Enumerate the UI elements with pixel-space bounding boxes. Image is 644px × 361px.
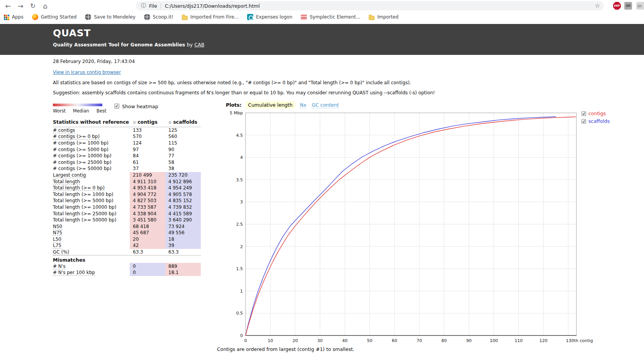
icarus-browser-link[interactable]: View in Icarus contig browser — [53, 70, 121, 75]
cab-link[interactable]: CAB — [195, 42, 205, 48]
row-label: Total length (>= 10000 bp) — [53, 204, 116, 210]
bookmark-item[interactable]: Symplectic Element... — [301, 14, 360, 20]
value-cell: 4 953 418 — [130, 185, 165, 191]
teal-app-icon — [247, 14, 253, 20]
table-row: # contigs (>= 0 bp)570560 — [53, 133, 201, 140]
value-cell: 889 — [165, 263, 201, 269]
x-tick-label: 120 — [539, 338, 547, 343]
value-cell: 3 640 290 — [165, 217, 201, 223]
row-label-cell: Total length (>= 5000 bp) — [53, 198, 130, 204]
bookmarks-bar: AppsGetting StartedSave to MendeleyScoop… — [0, 12, 644, 22]
heatmap-best-label: Best — [97, 108, 106, 114]
value-cell: 38 — [165, 165, 201, 172]
table-row: # contigs (>= 50000 bp)3738 — [53, 165, 201, 172]
y-tick-label: 4.5 — [236, 133, 243, 138]
suggestion-note: Suggestion: assembly scaffolds contains … — [53, 90, 435, 95]
bookmark-item[interactable]: Getting Started — [32, 14, 77, 20]
table-row: Total length (>= 50000 bp)3 451 5803 640… — [53, 217, 201, 223]
row-label: GC (%) — [53, 249, 69, 255]
plot-tab-cumulative-length[interactable]: Cumulative length — [246, 101, 294, 109]
bookmark-item[interactable]: Scoop.it! — [144, 14, 173, 20]
value-cell: 4 827 503 — [130, 198, 165, 204]
legend-checkbox-scaffolds[interactable] — [581, 119, 586, 124]
bookmark-item[interactable]: Imported From Fire... — [182, 14, 239, 20]
bookmark-item[interactable]: Apps — [4, 14, 24, 20]
row-label-cell: N75 — [53, 230, 130, 236]
column-drag-icon[interactable]: ≡ — [133, 120, 136, 124]
show-heatmap-checkbox[interactable] — [114, 104, 119, 109]
legend-label-contigs: contigs — [588, 111, 606, 116]
row-label-cell: # contigs (>= 50000 bp) — [53, 165, 130, 172]
table-row: Total length (>= 5000 bp)4 827 5034 835 … — [53, 198, 201, 204]
value-cell: 49 556 — [165, 230, 201, 236]
row-label-cell: L75 — [53, 242, 130, 249]
forward-button[interactable]: → — [15, 1, 25, 11]
bookmark-item[interactable]: Imported — [369, 14, 398, 20]
value-cell: 0 — [130, 263, 165, 269]
table-row: Total length (>= 10000 bp)4 733 5874 739… — [53, 204, 201, 211]
table-row: # contigs (>= 1000 bp)124115 — [53, 140, 201, 146]
value-cell: 125 — [165, 127, 201, 134]
bookmark-item[interactable]: Expenses logon — [247, 14, 292, 20]
forward-icon: → — [17, 2, 23, 10]
plot-tab-nx[interactable]: Nx — [300, 102, 307, 108]
back-button[interactable]: ← — [3, 1, 13, 11]
quast-header: QUAST Quality Assessment Tool for Genome… — [0, 24, 644, 55]
column-drag-icon[interactable]: ≡ — [168, 120, 171, 124]
x-tick-label: 80 — [441, 338, 447, 343]
x-tick-label: 30 — [317, 338, 323, 343]
plot-tab-gc-content[interactable]: GC content — [312, 102, 339, 108]
statistics-note: All statistics are based on contigs of s… — [53, 80, 411, 85]
bookmark-label: Imported — [377, 14, 398, 20]
reload-button[interactable]: ↻ — [28, 1, 38, 11]
legend-checkbox-contigs[interactable] — [581, 111, 586, 116]
address-bar[interactable]: ⓘ File C:/Users/djs217/Downloads/report.… — [136, 1, 604, 10]
y-tick-label: 0.5 — [236, 311, 243, 316]
table-row: N7545 68749 556 — [53, 230, 201, 236]
row-label: Total length (>= 25000 bp) — [53, 211, 116, 216]
row-label: # N's — [53, 264, 65, 269]
row-label: # contigs (>= 25000 bp) — [53, 160, 112, 165]
subtitle-by: by — [187, 42, 193, 48]
x-tick-label: 60 — [392, 338, 397, 343]
folder-icon — [182, 16, 188, 20]
reload-icon: ↻ — [30, 2, 36, 10]
bookmark-star-icon[interactable]: ☆ — [595, 2, 600, 9]
legend-label-scaffolds: scaffolds — [588, 118, 610, 124]
value-cell: 235 720 — [165, 172, 201, 179]
row-label: Total length (>= 1000 bp) — [53, 192, 114, 197]
page-info-icon[interactable]: ⓘ — [141, 2, 146, 9]
value-cell: 4 905 578 — [165, 191, 201, 198]
row-label: # contigs — [53, 128, 75, 133]
y-tick-label: 1 — [240, 289, 243, 294]
value-cell: 73 924 — [165, 223, 201, 230]
value-cell: 61 — [130, 159, 165, 165]
value-cell: 4 904 772 — [130, 191, 165, 198]
home-button[interactable]: ⌂ — [40, 1, 50, 11]
bookmark-item[interactable]: Save to Mendeley — [85, 14, 135, 20]
table-row: # contigs (>= 5000 bp)9790 — [53, 146, 201, 153]
camel-extension-icon[interactable] — [624, 2, 632, 10]
row-label: N50 — [53, 224, 62, 230]
row-label-cell: Total length (>= 50000 bp) — [53, 217, 130, 223]
column-header-contigs: ≡contigs — [130, 119, 165, 127]
value-cell: 84 — [130, 153, 165, 159]
y-tick-label: 2 — [240, 244, 243, 249]
partial-extension-icon[interactable]: (n — [636, 2, 644, 10]
value-cell: 4 733 587 — [130, 204, 165, 211]
row-label: # N's per 100 kbp — [53, 270, 95, 276]
y-tick-label: 3.5 — [236, 177, 243, 182]
row-label-cell: Largest contig — [53, 172, 130, 179]
row-label-cell: Total length — [53, 178, 130, 185]
value-cell: 3 451 580 — [130, 217, 165, 223]
row-label: Total length (>= 50000 bp) — [53, 217, 116, 223]
row-label: L50 — [53, 237, 61, 242]
home-icon: ⌂ — [43, 2, 47, 10]
omnibox-divider — [161, 3, 161, 9]
url-text[interactable]: C:/Users/djs217/Downloads/report.html — [165, 3, 592, 9]
table-row: GC (%)63.363.3 — [53, 249, 201, 255]
y-tick-label: 5 Mbp — [230, 111, 243, 116]
bookmark-label: Save to Mendeley — [94, 14, 135, 20]
adblock-extension-icon[interactable]: ABP — [613, 2, 621, 10]
globe-icon — [144, 14, 150, 20]
